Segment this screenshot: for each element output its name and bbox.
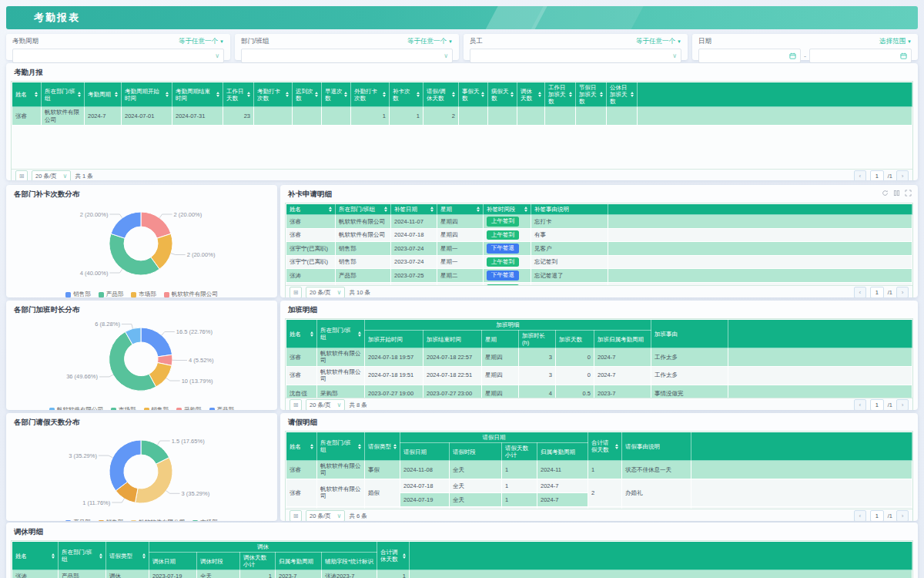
prev-page-button[interactable]: ‹ bbox=[854, 287, 866, 297]
page-size-select[interactable]: 20 条/页∨ bbox=[32, 170, 71, 180]
column-header[interactable]: 考勤周期开始时间 bbox=[122, 82, 172, 107]
legend-item[interactable]: 帆软软件有限公司 bbox=[49, 406, 103, 410]
sort-icon[interactable] bbox=[430, 207, 434, 212]
sort-icon[interactable] bbox=[477, 207, 480, 212]
filter-condition[interactable]: 等于任意一个▼ bbox=[407, 37, 453, 46]
sort-icon[interactable] bbox=[393, 444, 397, 449]
grid-view-icon[interactable]: ⊞ bbox=[290, 399, 302, 410]
donut-slice[interactable] bbox=[109, 440, 141, 491]
sort-icon[interactable] bbox=[310, 331, 313, 337]
prev-page-button[interactable]: ‹ bbox=[854, 399, 866, 410]
table-row[interactable]: 张宇宁(已离职)销售部2023-07-24星期一上午签到忘记签到 bbox=[286, 255, 912, 269]
date-start-input[interactable] bbox=[698, 49, 801, 63]
sort-icon[interactable] bbox=[247, 92, 250, 97]
table-row[interactable]: 张涛产品部2023-07-25星期二下午签退忘记签退了 bbox=[286, 269, 912, 283]
column-header[interactable]: 工作日天数 bbox=[223, 82, 254, 107]
legend-item[interactable]: 帆软软件有限公司 bbox=[131, 519, 185, 521]
legend-item[interactable]: 产品部 bbox=[99, 291, 124, 297]
column-header[interactable]: 请假/调休天数 bbox=[424, 82, 459, 107]
sort-icon[interactable] bbox=[524, 207, 527, 212]
column-header[interactable]: 请假类型 bbox=[106, 542, 149, 570]
sort-icon[interactable] bbox=[511, 92, 514, 97]
column-header[interactable]: 姓名 bbox=[12, 82, 42, 107]
column-header[interactable]: 辅助字段*统计标识 bbox=[322, 553, 377, 570]
column-header[interactable]: 调休日期 bbox=[149, 553, 197, 570]
refresh-icon[interactable] bbox=[882, 190, 889, 197]
filter-condition[interactable]: 等于任意一个▼ bbox=[179, 37, 224, 46]
legend-item[interactable]: 市场部 bbox=[192, 519, 218, 521]
columns-icon[interactable] bbox=[893, 190, 900, 197]
next-page-button[interactable]: › bbox=[896, 170, 909, 180]
table-row[interactable]: 沈自强采购部2023-07-27 19:002023-07-27 23:00星期… bbox=[286, 385, 912, 398]
column-header[interactable]: 考勤周期结束时间 bbox=[172, 82, 223, 107]
column-header[interactable]: 所在部门/班组 bbox=[42, 82, 85, 107]
column-header[interactable]: 加班归属考勤周期 bbox=[594, 331, 651, 348]
next-page-button[interactable]: › bbox=[896, 510, 909, 521]
sort-icon[interactable] bbox=[35, 92, 38, 97]
column-header[interactable]: 考勤打卡次数 bbox=[254, 82, 293, 107]
column-header[interactable]: 合计调休天数 bbox=[377, 542, 410, 570]
column-header[interactable]: 加班开始时间 bbox=[365, 331, 424, 348]
prev-page-button[interactable]: ‹ bbox=[854, 170, 866, 180]
sort-icon[interactable] bbox=[166, 92, 169, 97]
filter-condition[interactable]: 等于任意一个▼ bbox=[636, 37, 681, 46]
current-page[interactable]: 1 bbox=[870, 399, 884, 410]
donut-slice[interactable] bbox=[111, 212, 141, 238]
sort-icon[interactable] bbox=[358, 331, 361, 337]
column-header[interactable]: 姓名 bbox=[12, 542, 59, 570]
column-header[interactable]: 所在部门/班组 bbox=[317, 320, 365, 348]
grid-view-icon[interactable]: ⊞ bbox=[15, 170, 28, 180]
column-header[interactable]: 节假日加班天数 bbox=[576, 82, 607, 107]
column-header[interactable]: 补卡次数 bbox=[390, 82, 424, 107]
column-header[interactable]: 加班时长(h) bbox=[519, 331, 556, 348]
sort-icon[interactable] bbox=[329, 207, 332, 212]
legend-item[interactable]: 帆软软件有限公司 bbox=[164, 291, 218, 297]
table-row[interactable]: 张睿帆软软件有限公司婚假2024-07-18全天12024-72办婚礼 bbox=[286, 479, 912, 492]
grid-view-icon[interactable]: ⊞ bbox=[290, 287, 302, 297]
column-header[interactable]: 补签日期 bbox=[391, 204, 437, 215]
sort-icon[interactable] bbox=[631, 92, 634, 97]
column-header[interactable]: 调休时段 bbox=[197, 553, 240, 570]
legend-item[interactable]: 产品部 bbox=[209, 406, 235, 410]
legend-item[interactable]: 销售部 bbox=[99, 519, 124, 521]
sort-icon[interactable] bbox=[481, 92, 484, 97]
legend-item[interactable]: 市场部 bbox=[111, 406, 136, 410]
legend-item[interactable]: 市场部 bbox=[131, 291, 156, 297]
column-header[interactable]: 归属考勤周期 bbox=[276, 553, 322, 570]
sort-icon[interactable] bbox=[78, 92, 81, 97]
table-row[interactable]: 张涛产品部调休2023-07-19全天12023-7张涛2023-71 bbox=[12, 570, 912, 578]
column-header[interactable]: 外勤打卡次数 bbox=[351, 82, 390, 107]
column-header[interactable]: 加班天数 bbox=[556, 331, 594, 348]
legend-item[interactable]: 销售部 bbox=[144, 406, 169, 410]
current-page[interactable]: 1 bbox=[870, 510, 884, 521]
column-header[interactable]: 调休天数 bbox=[517, 82, 545, 107]
legend-item[interactable]: 销售部 bbox=[65, 291, 91, 297]
column-header[interactable]: 姓名 bbox=[286, 432, 317, 461]
sort-icon[interactable] bbox=[417, 92, 420, 97]
column-header[interactable]: 合计请假天数 bbox=[588, 432, 622, 461]
table-row[interactable]: 张睿帆软软件有限公司2024-11-07星期四上午签到忘打卡 bbox=[286, 215, 912, 229]
page-size-select[interactable]: 20 条/页∨ bbox=[306, 399, 345, 410]
column-header[interactable]: 所在部门/班组 bbox=[317, 432, 365, 461]
sort-icon[interactable] bbox=[52, 553, 55, 559]
sort-icon[interactable] bbox=[538, 92, 541, 97]
column-header[interactable]: 调休天数小计 bbox=[240, 553, 276, 570]
legend-item[interactable]: 采购部 bbox=[176, 406, 202, 410]
table-row[interactable]: 张睿帆软软件有限公司2024-07-18 19:512024-07-18 22:… bbox=[286, 366, 912, 385]
current-page[interactable]: 1 bbox=[870, 170, 884, 180]
column-header[interactable]: 早退次数 bbox=[322, 82, 351, 107]
column-header[interactable]: 加班事由 bbox=[651, 320, 728, 348]
column-header[interactable]: 请假日期 bbox=[400, 443, 450, 461]
donut-slice[interactable] bbox=[136, 458, 173, 503]
sort-icon[interactable] bbox=[358, 444, 361, 449]
next-page-button[interactable]: › bbox=[896, 399, 909, 410]
sort-icon[interactable] bbox=[403, 553, 406, 559]
sort-icon[interactable] bbox=[615, 444, 618, 449]
filter-select[interactable]: ∨ bbox=[470, 49, 681, 63]
column-header[interactable]: 工作日加班天数 bbox=[545, 82, 576, 107]
legend-item[interactable]: 产品部 bbox=[65, 519, 91, 521]
table-row[interactable]: 张睿帆软软件有限公司事假2024-11-08全天12024-111状态不佳休息一… bbox=[286, 461, 912, 479]
sort-icon[interactable] bbox=[384, 207, 387, 212]
sort-icon[interactable] bbox=[99, 553, 102, 559]
column-header[interactable]: 事假天数 bbox=[459, 82, 488, 107]
